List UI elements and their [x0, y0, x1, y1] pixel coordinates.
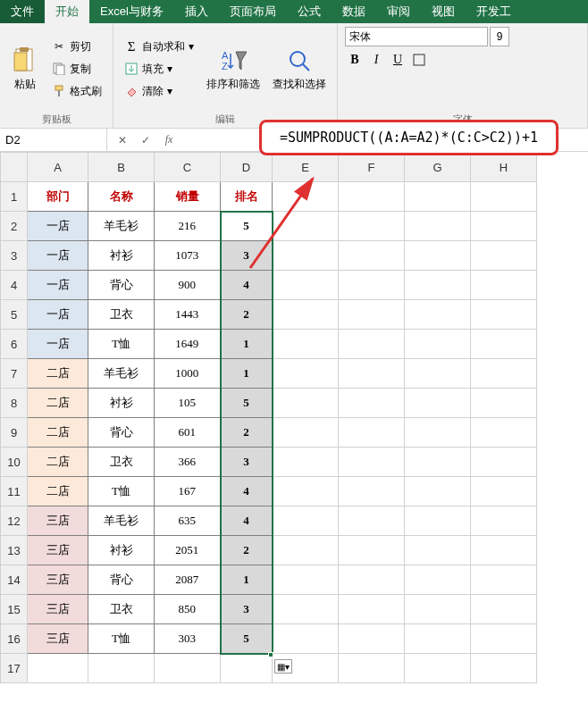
bold-button[interactable]: B [345, 50, 365, 70]
cell-rank[interactable]: 5 [221, 624, 273, 654]
empty-cell[interactable] [339, 654, 405, 683]
empty-cell[interactable] [405, 212, 471, 241]
cell-rank[interactable]: 5 [221, 389, 273, 418]
row-header[interactable]: 10 [1, 448, 28, 477]
empty-cell[interactable] [88, 654, 155, 683]
empty-cell[interactable] [339, 418, 405, 448]
empty-cell[interactable] [339, 448, 405, 477]
cell-dept[interactable]: 三店 [28, 536, 88, 565]
cell-sales[interactable]: 1443 [155, 300, 221, 330]
empty-cell[interactable] [471, 271, 537, 300]
tab-review[interactable]: 审阅 [376, 0, 421, 23]
empty-cell[interactable] [471, 536, 537, 565]
cell-name[interactable]: 衬衫 [88, 389, 155, 418]
cell-dept[interactable]: 一店 [28, 271, 88, 300]
cell-sales[interactable]: 216 [155, 212, 221, 241]
col-header-H[interactable]: H [471, 153, 537, 182]
cell-sales[interactable]: 635 [155, 506, 221, 536]
sort-filter-button[interactable]: AZ 排序和筛选 [203, 27, 264, 111]
select-all-corner[interactable] [1, 153, 28, 182]
cell-sales[interactable]: 850 [155, 595, 221, 624]
cell-sales[interactable]: 1000 [155, 359, 221, 389]
empty-cell[interactable] [405, 389, 471, 418]
tab-formula[interactable]: 公式 [287, 0, 332, 23]
row-header[interactable]: 6 [1, 330, 28, 359]
cell-dept[interactable]: 二店 [28, 359, 88, 389]
cell-sales[interactable]: 601 [155, 418, 221, 448]
empty-cell[interactable] [339, 271, 405, 300]
row-header[interactable]: 8 [1, 389, 28, 418]
cell-dept[interactable]: 三店 [28, 506, 88, 536]
empty-cell[interactable] [405, 271, 471, 300]
cell-rank[interactable]: 1 [221, 330, 273, 359]
empty-cell[interactable] [471, 300, 537, 330]
col-header-C[interactable]: C [155, 153, 221, 182]
cell-name[interactable]: 背心 [88, 565, 155, 595]
cell-rank[interactable]: 2 [221, 300, 273, 330]
fill-button[interactable]: 填充 ▾ [121, 60, 197, 79]
empty-cell[interactable] [471, 212, 537, 241]
cell-rank[interactable]: 1 [221, 565, 273, 595]
tab-view[interactable]: 视图 [421, 0, 466, 23]
tab-file[interactable]: 文件 [0, 0, 45, 23]
empty-cell[interactable] [405, 418, 471, 448]
cell-name[interactable]: 卫衣 [88, 448, 155, 477]
tab-data[interactable]: 数据 [332, 0, 376, 23]
cell-dept[interactable]: 一店 [28, 212, 88, 241]
empty-cell[interactable] [471, 624, 537, 654]
row-header[interactable]: 13 [1, 536, 28, 565]
cell-name[interactable]: T恤 [88, 330, 155, 359]
empty-cell[interactable] [155, 654, 221, 683]
empty-cell[interactable] [471, 389, 537, 418]
font-name-select[interactable] [345, 27, 488, 46]
row-header[interactable]: 14 [1, 565, 28, 595]
empty-cell[interactable] [339, 359, 405, 389]
empty-cell[interactable] [339, 536, 405, 565]
cell-rank[interactable]: 3 [221, 241, 273, 271]
cell-rank[interactable]: 4 [221, 477, 273, 506]
col-header-D[interactable]: D [221, 153, 273, 182]
cell-dept[interactable]: 三店 [28, 624, 88, 654]
empty-cell[interactable] [273, 624, 339, 654]
empty-cell[interactable] [273, 565, 339, 595]
tab-insert[interactable]: 插入 [174, 0, 219, 23]
cell-name[interactable]: 衬衫 [88, 536, 155, 565]
empty-cell[interactable] [405, 624, 471, 654]
underline-button[interactable]: U [388, 50, 407, 70]
col-header-A[interactable]: A [28, 153, 88, 182]
empty-cell[interactable] [471, 182, 537, 212]
empty-cell[interactable] [405, 536, 471, 565]
empty-cell[interactable] [273, 359, 339, 389]
empty-cell[interactable] [339, 300, 405, 330]
empty-cell[interactable] [339, 330, 405, 359]
empty-cell[interactable] [471, 477, 537, 506]
cell-name[interactable]: T恤 [88, 477, 155, 506]
fill-handle[interactable] [268, 652, 273, 657]
cell-rank[interactable]: 5 [221, 212, 273, 241]
cell-dept[interactable]: 二店 [28, 389, 88, 418]
empty-cell[interactable] [273, 389, 339, 418]
cell-sales[interactable]: 2051 [155, 536, 221, 565]
cell-dept[interactable]: 一店 [28, 241, 88, 271]
cell-dept[interactable]: 三店 [28, 565, 88, 595]
header-cell[interactable]: 排名 [221, 182, 273, 212]
cell-sales[interactable]: 1649 [155, 330, 221, 359]
col-header-F[interactable]: F [339, 153, 405, 182]
tab-excel-finance[interactable]: Excel与财务 [89, 0, 174, 23]
empty-cell[interactable] [405, 241, 471, 271]
row-header[interactable]: 7 [1, 359, 28, 389]
col-header-B[interactable]: B [88, 153, 155, 182]
font-size-select[interactable] [490, 27, 509, 46]
empty-cell[interactable] [405, 565, 471, 595]
empty-cell[interactable] [221, 654, 273, 683]
empty-cell[interactable] [273, 418, 339, 448]
cell-rank[interactable]: 2 [221, 536, 273, 565]
cell-sales[interactable]: 105 [155, 389, 221, 418]
empty-cell[interactable] [28, 654, 88, 683]
empty-cell[interactable] [471, 654, 537, 683]
cell-name[interactable]: 背心 [88, 271, 155, 300]
cell-rank[interactable]: 3 [221, 448, 273, 477]
empty-cell[interactable] [471, 359, 537, 389]
cell-dept[interactable]: 一店 [28, 330, 88, 359]
cell-sales[interactable]: 366 [155, 448, 221, 477]
